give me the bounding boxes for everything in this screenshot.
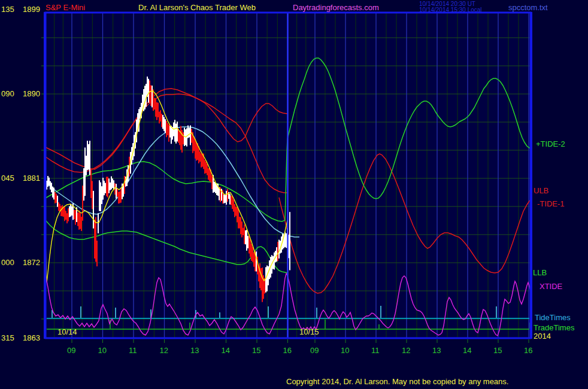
hour-label: 12 (402, 346, 410, 355)
price-bar (232, 196, 233, 209)
hour-label: 11 (371, 346, 380, 355)
hour-label: 12 (160, 346, 168, 355)
price-bar (148, 79, 149, 103)
price-bar (155, 99, 156, 117)
price-bar (68, 208, 69, 221)
price-bar (167, 123, 168, 136)
price-bar (63, 207, 64, 217)
tide-degree-label: 090 (1, 89, 14, 98)
hour-label: 15 (493, 346, 502, 355)
price-bar (144, 86, 146, 110)
price-bar (96, 241, 98, 266)
hour-label: 15 (252, 346, 260, 355)
copyright-notice: Copyright 2014, Dr. Al Larson. May not b… (286, 378, 508, 386)
price-bar (102, 178, 104, 200)
price-bar (229, 194, 231, 204)
hour-label: 10 (341, 346, 349, 355)
price-bar (119, 192, 120, 203)
price-bar (60, 206, 62, 216)
price-bar (215, 183, 216, 193)
hour-label: 10 (98, 346, 107, 355)
price-bar (183, 132, 184, 144)
price-bar (50, 181, 51, 190)
price-bar (147, 77, 148, 97)
price-bar (190, 126, 191, 145)
legend-label-2014: 2014 (534, 332, 551, 341)
legend-label-tidetimes: TideTimes (535, 313, 571, 322)
date-label: 10/15 (299, 328, 319, 336)
hour-label: 09 (310, 346, 319, 355)
date-label: 10/14 (57, 328, 77, 336)
price-bar (82, 186, 83, 221)
price-bar (175, 124, 177, 144)
price-bar (240, 217, 241, 234)
price-bar (234, 204, 235, 217)
price-bar (243, 228, 244, 235)
site-link[interactable]: Daytradingforecasts.com (293, 4, 379, 12)
price-bar (233, 199, 234, 211)
timestamp-local: 10/14/2014 15:30 Local (419, 7, 482, 13)
price-label: 1881 (23, 174, 40, 183)
legend-label-tradetimes: TradeTimes (534, 323, 574, 332)
hour-label: 09 (67, 346, 75, 355)
price-bar (157, 103, 159, 117)
price-bar (277, 242, 278, 261)
data-file-name: spcctom.txt (508, 4, 548, 12)
price-axis-row: 0451881 (1, 174, 44, 183)
price-bar (231, 196, 232, 205)
price-bar (238, 209, 239, 229)
price-bar (241, 221, 243, 238)
price-bar (66, 213, 68, 223)
price-label: 1890 (23, 89, 40, 98)
price-bar (237, 207, 238, 223)
price-bar (180, 126, 181, 150)
price-bar (214, 182, 215, 192)
hour-label: 11 (129, 346, 137, 355)
price-bar (207, 164, 208, 175)
price-bar (156, 102, 157, 120)
hour-label: 14 (222, 346, 230, 355)
price-bar (77, 212, 78, 226)
price-bar (153, 89, 154, 111)
price-bar (86, 156, 87, 175)
legend-label-llb: LLB (533, 268, 547, 277)
price-bar (195, 139, 196, 159)
price-bar (262, 268, 263, 302)
price-bar (81, 217, 82, 231)
price-bar (161, 114, 162, 127)
price-bar (53, 188, 54, 200)
price-bar (110, 183, 111, 190)
price-bar (57, 196, 58, 207)
price-bar (69, 206, 70, 217)
chaos-trader-chart-page: S&P E-Mini Dr. Al Larson's Chaos Trader … (0, 0, 588, 389)
price-bar (62, 205, 63, 217)
price-axis-row: 1351899 (1, 5, 44, 14)
price-bar (204, 160, 205, 174)
price-bar (268, 266, 269, 285)
price-bar (95, 217, 96, 262)
price-bar (286, 233, 287, 248)
price-bar (94, 220, 95, 259)
price-bar (78, 211, 80, 230)
price-bar (112, 178, 113, 188)
price-bar (289, 212, 290, 270)
price-bar (89, 141, 90, 175)
chart-canvas (0, 0, 588, 389)
price-bar (159, 112, 160, 124)
price-bar (83, 168, 84, 200)
legend-label--tide-1: -TIDE-1 (537, 199, 565, 208)
price-axis-row: 0901890 (1, 89, 44, 98)
price-bar (118, 192, 119, 204)
price-bar (70, 204, 71, 216)
price-bar (163, 117, 165, 131)
price-bar (252, 247, 253, 262)
price-bar (171, 126, 172, 144)
legend-label-ulb: ULB (534, 186, 548, 195)
price-bar (199, 151, 201, 162)
price-bar (235, 206, 237, 215)
price-bar (58, 202, 59, 211)
price-axis-row: 0001872 (1, 258, 44, 267)
price-bar (227, 189, 228, 202)
price-bar (160, 110, 161, 121)
price-bar (205, 162, 207, 173)
